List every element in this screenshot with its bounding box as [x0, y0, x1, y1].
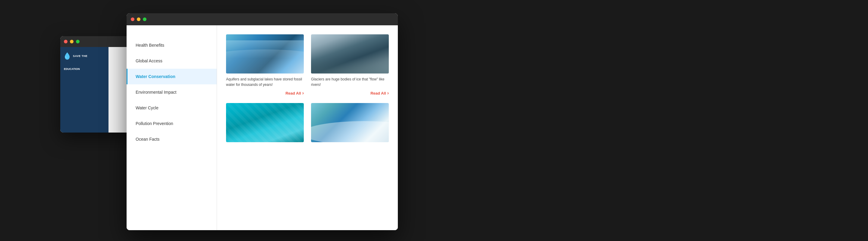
- card-2: Glaciers are huge bodies of ice that "fl…: [311, 34, 389, 96]
- card-2-description: Glaciers are huge bodies of ice that "fl…: [311, 76, 389, 88]
- main-body: Health Benefits Global Access Water Cons…: [127, 25, 398, 230]
- bg-logo-text: SAVE THE: [73, 55, 87, 58]
- card-2-arrow-icon: ›: [387, 90, 389, 96]
- bg-section-label: Education: [60, 65, 108, 72]
- water-drop-icon: [64, 52, 70, 60]
- sidebar-item-health-benefits[interactable]: Health Benefits: [127, 37, 217, 53]
- card-1: Aquifers and subglacial lakes have store…: [226, 34, 304, 96]
- nav-sidebar: Health Benefits Global Access Water Cons…: [127, 25, 217, 230]
- card-1-read-all-label: Read All: [285, 91, 301, 96]
- minimize-button[interactable]: [137, 18, 141, 21]
- bg-close-button[interactable]: [64, 40, 67, 43]
- bg-maximize-button[interactable]: [76, 40, 80, 43]
- sidebar-item-global-access[interactable]: Global Access: [127, 53, 217, 69]
- close-button[interactable]: [131, 18, 134, 21]
- content-area: Aquifers and subglacial lakes have store…: [217, 25, 398, 230]
- maximize-button[interactable]: [143, 18, 147, 21]
- card-1-arrow-icon: ›: [302, 90, 304, 96]
- card-3: [226, 103, 304, 145]
- bg-logo: SAVE THE: [60, 52, 108, 65]
- main-titlebar: [127, 13, 398, 25]
- bg-sidebar: SAVE THE Education: [60, 47, 108, 133]
- sidebar-item-pollution-prevention[interactable]: Pollution Prevention: [127, 116, 217, 131]
- card-4-image: [311, 103, 389, 142]
- card-2-read-all-label: Read All: [370, 91, 386, 96]
- card-3-image: [226, 103, 304, 142]
- card-1-description: Aquifers and subglacial lakes have store…: [226, 76, 304, 88]
- bg-minimize-button[interactable]: [70, 40, 73, 43]
- card-1-image: [226, 34, 304, 73]
- cards-grid: Aquifers and subglacial lakes have store…: [226, 34, 389, 145]
- card-1-read-all[interactable]: Read All ›: [226, 90, 304, 96]
- card-2-read-all[interactable]: Read All ›: [311, 90, 389, 96]
- sidebar-item-water-cycle[interactable]: Water Cycle: [127, 100, 217, 116]
- sidebar-item-ocean-facts[interactable]: Ocean Facts: [127, 131, 217, 147]
- card-4: [311, 103, 389, 145]
- sidebar-item-water-conservation[interactable]: Water Conservation: [127, 69, 217, 84]
- card-2-image: [311, 34, 389, 73]
- main-window: Health Benefits Global Access Water Cons…: [127, 13, 398, 230]
- sidebar-item-environmental-impact[interactable]: Environmental Impact: [127, 84, 217, 100]
